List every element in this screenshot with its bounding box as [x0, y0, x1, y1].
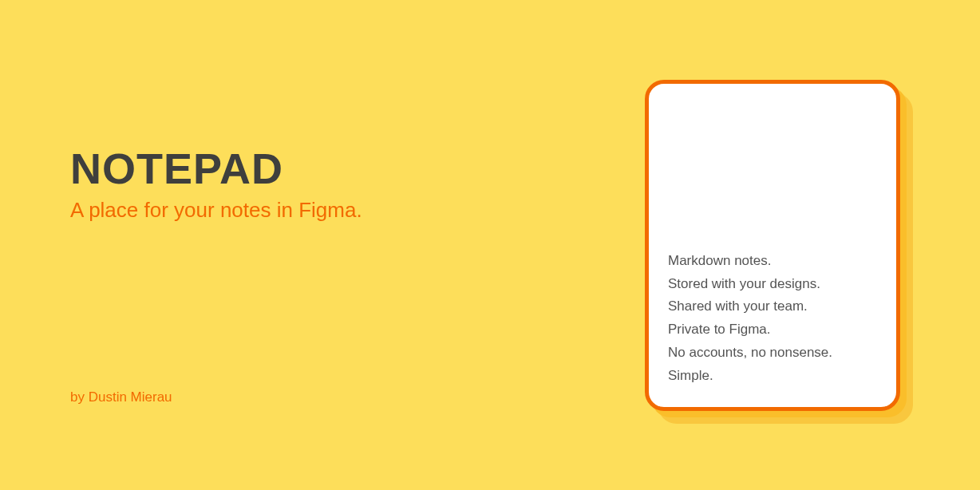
app-subtitle: A place for your notes in Figma.: [70, 198, 362, 223]
preview-card-container: Markdown notes. Stored with your designs…: [645, 80, 900, 411]
feature-line: No accounts, no nonsense.: [668, 342, 877, 365]
feature-line: Simple.: [668, 365, 877, 388]
feature-line: Shared with your team.: [668, 295, 877, 318]
feature-line: Markdown notes.: [668, 250, 877, 273]
feature-line: Private to Figma.: [668, 318, 877, 342]
author-credit: by Dustin Mierau: [70, 389, 172, 405]
preview-card: Markdown notes. Stored with your designs…: [645, 80, 900, 411]
app-title: NOTEPAD: [70, 144, 362, 193]
card-content: Markdown notes. Stored with your designs…: [668, 250, 877, 388]
feature-line: Stored with your designs.: [668, 273, 877, 296]
hero-section: NOTEPAD A place for your notes in Figma.: [70, 144, 362, 223]
